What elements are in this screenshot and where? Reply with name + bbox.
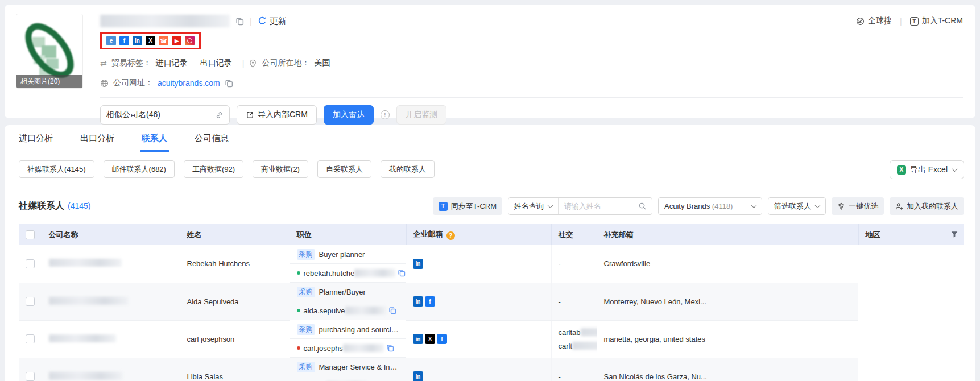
add-my-contacts-label: 加入我的联系人 (907, 201, 958, 212)
tab-3[interactable]: 联系人 (142, 125, 167, 152)
name-query-label: 姓名查询 (514, 201, 544, 212)
contact-type-chip-6[interactable]: 我的联系人 (381, 160, 435, 178)
company-filter-select[interactable]: Acuity Brands (4118) (658, 197, 762, 215)
import-crm-label: 导入内部CRM (258, 110, 308, 120)
contact-type-chip-4[interactable]: 商业数据(2) (253, 160, 308, 178)
tab-1[interactable]: 进口分析 (19, 125, 53, 152)
chevron-down-icon (952, 166, 958, 172)
chevron-down-icon (815, 202, 821, 208)
trade-label-export[interactable]: 出口记录 (200, 58, 232, 68)
table-row: carl josephson采购purchasing and sourcing … (19, 320, 964, 358)
internet-explorer-icon[interactable]: e (106, 36, 116, 45)
copy-email[interactable] (386, 344, 394, 352)
sync-tcrm-label: 同步至T-CRM (451, 201, 497, 212)
copy-email[interactable] (388, 307, 396, 314)
header-divider (100, 97, 963, 98)
website-title: 公司网址： (113, 78, 153, 88)
table-header-row: 公司名称 姓名 职位 企业邮箱? 社交 补充邮箱 地区 (19, 224, 964, 245)
contact-name-cell: Libia Salas (180, 358, 290, 381)
x-twitter-icon[interactable]: X (146, 36, 155, 45)
contact-type-chip-5[interactable]: 自采联系人 (317, 160, 371, 178)
add-radar-button[interactable]: 加入雷达 (324, 105, 374, 125)
row-checkbox[interactable] (26, 297, 35, 306)
youtube-icon[interactable]: ▶ (172, 36, 181, 45)
extra-email-prefix: carltab (559, 328, 581, 337)
x-twitter-icon[interactable]: X (425, 334, 435, 344)
filter-contacts-label: 筛选联系人 (774, 201, 811, 212)
job-title-text: Buyer planner (319, 250, 365, 259)
copy-email[interactable] (398, 269, 406, 277)
filter-contacts-dropdown[interactable]: 筛选联系人 (768, 197, 826, 215)
redacted-blur (572, 342, 597, 350)
copy-icon[interactable] (398, 269, 406, 277)
column-header-title: 职位 (290, 224, 406, 245)
export-excel-label: 导出 Excel (910, 165, 948, 175)
row-checkbox[interactable] (26, 334, 35, 343)
facebook-icon[interactable]: f (437, 334, 447, 344)
copy-icon[interactable] (225, 79, 233, 88)
linkedin-icon[interactable]: in (133, 36, 142, 45)
sync-tcrm-button[interactable]: T 同步至T-CRM (433, 197, 502, 215)
tab-2[interactable]: 出口分析 (80, 125, 114, 152)
linkedin-icon[interactable]: in (413, 259, 423, 269)
company-name-redacted (100, 15, 230, 27)
name-search-input[interactable] (559, 198, 638, 214)
search-icon[interactable] (638, 198, 652, 214)
export-excel-button[interactable]: X 导出 Excel (890, 160, 964, 179)
related-images-label[interactable]: 相关图片(20) (16, 75, 82, 88)
one-click-label: 一键优选 (849, 201, 878, 212)
company-name-cell (42, 283, 180, 320)
trade-label-import[interactable]: 进口记录 (156, 58, 188, 68)
extra-email-cell: - (551, 283, 597, 320)
update-label: 更新 (270, 16, 287, 27)
linkedin-icon[interactable]: in (413, 296, 423, 307)
facebook-icon[interactable]: f (119, 36, 129, 45)
contact-name-cell: Rebekah Hutchens (180, 245, 290, 283)
copy-icon[interactable] (235, 17, 244, 26)
name-search-group: 姓名查询 (508, 197, 652, 215)
row-checkbox-cell (19, 320, 42, 358)
redacted-blur (49, 297, 129, 305)
copy-icon[interactable] (388, 307, 396, 314)
similar-company-button[interactable]: 相似公司名(46) (100, 105, 230, 125)
name-query-dropdown[interactable]: 姓名查询 (508, 198, 559, 214)
help-icon[interactable]: ? (446, 231, 455, 240)
social-cell: in (406, 245, 551, 283)
filter-funnel-icon[interactable] (950, 230, 958, 240)
linkedin-icon[interactable]: in (413, 334, 423, 344)
contact-type-chip-1[interactable]: 社媒联系人(4145) (19, 160, 94, 178)
facebook-icon[interactable]: f (425, 296, 435, 307)
job-title-text: Manager Service & Invent... (319, 363, 399, 371)
region-cell: Monterrey, Nuevo León, Mexi... (597, 283, 858, 320)
section-title-text: 社媒联系人 (19, 201, 64, 210)
email-prefix: aida.sepulve (304, 307, 345, 315)
region-cell: Crawfordsville (597, 245, 858, 283)
company-logo[interactable]: 相关图片(20) (16, 14, 83, 89)
excel-icon: X (897, 165, 906, 175)
one-click-select-button[interactable]: 一键优选 (832, 197, 884, 215)
job-title-cell: 采购Manager Service & Invent... (290, 358, 407, 376)
row-checkbox[interactable] (26, 372, 35, 381)
phone-icon[interactable]: ☎ (159, 36, 168, 45)
instagram-icon[interactable] (185, 36, 195, 45)
start-monitor-button[interactable]: 开启监测 (396, 105, 446, 125)
update-button[interactable]: 更新 (258, 16, 287, 27)
import-crm-button[interactable]: 导入内部CRM (237, 105, 317, 125)
tab-4[interactable]: 公司信息 (195, 125, 229, 152)
extra-email-cell: - (551, 358, 597, 381)
contact-type-chip-3[interactable]: 工商数据(92) (184, 160, 243, 178)
column-header-extra-email: 补充邮箱 (597, 224, 858, 245)
redacted-blur (345, 307, 386, 314)
copy-icon[interactable] (386, 344, 394, 352)
row-checkbox[interactable] (26, 259, 35, 268)
info-icon[interactable]: ! (381, 110, 390, 119)
select-all-checkbox[interactable] (26, 230, 35, 239)
add-my-contacts-button[interactable]: 加入我的联系人 (890, 197, 964, 215)
region-cell: San Nicolás de los Garza, Nu... (597, 358, 858, 381)
website-link[interactable]: acuitybrands.com (158, 78, 220, 88)
location-value: 美国 (314, 58, 330, 68)
contact-type-chip-2[interactable]: 邮件联系人(682) (104, 160, 175, 178)
linkedin-icon[interactable]: in (413, 371, 423, 381)
column-header-social: 社交 (551, 224, 597, 245)
email-cell: rebekah.hutche (290, 264, 407, 283)
